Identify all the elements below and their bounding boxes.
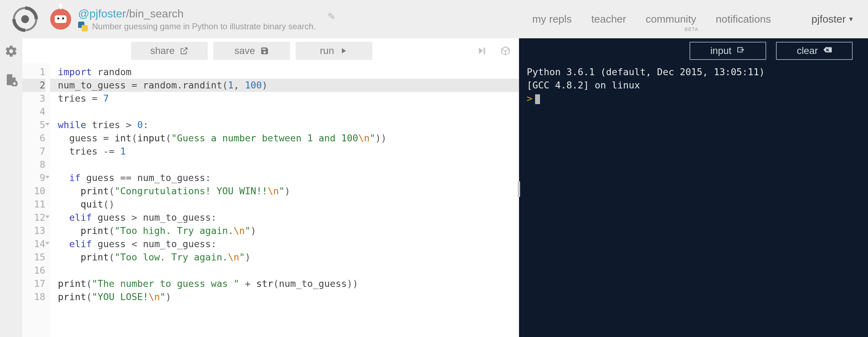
save-button[interactable]: save [213,42,290,60]
console-toolbar: input clear [519,38,868,63]
console-cursor [535,94,540,104]
header: @pjfoster/bin_search Number guessing gam… [0,0,868,38]
editor-toolbar: share save run [22,38,519,63]
owner-handle[interactable]: @pjfoster [78,7,126,20]
console-line: [GCC 4.8.2] on linux [527,80,640,91]
input-icon [736,45,745,57]
repl-subtitle: Number guessing game in Python to illust… [78,22,316,31]
title-block: @pjfoster/bin_search Number guessing gam… [78,7,316,31]
console-clear-button[interactable]: clear [776,42,853,60]
caret-down-icon: ▼ [848,16,854,23]
username-label: pjfoster [812,13,846,25]
code-line[interactable]: tries = 7 [58,92,519,105]
settings-button[interactable] [5,45,18,59]
avatar[interactable] [50,9,71,30]
code-line[interactable] [58,264,519,277]
code-line[interactable] [58,158,519,171]
code-line[interactable]: if guess == num_to_guess: [58,171,519,185]
user-menu[interactable]: pjfoster ▼ [812,13,854,25]
python-icon [78,22,88,31]
top-nav: my repls teacher community BETA notifica… [532,13,854,25]
code-line[interactable]: print("Congrutulations! YOU WIN!!\n") [58,185,519,198]
step-icon[interactable] [476,45,487,56]
share-button[interactable]: share [131,42,208,60]
console-output[interactable]: Python 3.6.1 (default, Dec 2015, 13:05:1… [519,63,868,337]
repl-description: Number guessing game in Python to illust… [92,22,316,31]
nav-notifications[interactable]: notifications [716,13,771,25]
console-input-button[interactable]: input [690,42,766,60]
pane-resize-handle[interactable] [519,38,519,337]
code-line[interactable]: num_to_guess = random.randint(1, 100) [50,79,519,92]
run-button[interactable]: run [296,42,372,60]
code-line[interactable]: print("The number to guess was " + str(n… [58,277,519,290]
code-lines[interactable]: import randomnum_to_guess = random.randi… [50,63,519,337]
console-prompt: > [527,93,532,104]
code-line[interactable]: while tries > 0: [58,118,519,132]
code-line[interactable]: elif guess > num_to_guess: [58,211,519,224]
code-editor[interactable]: 123456789101112131415161718 import rando… [22,63,519,337]
code-line[interactable]: tries -= 1 [58,145,519,158]
line-gutter: 123456789101112131415161718 [22,63,50,337]
package-icon[interactable] [500,45,511,56]
svg-point-1 [21,15,29,23]
repl-name: bin_search [129,7,184,20]
beta-badge: BETA [685,26,699,32]
code-line[interactable]: import random [58,65,519,79]
site-logo[interactable] [11,5,39,33]
code-line[interactable]: print("Too high. Try again.\n") [58,224,519,237]
nav-community[interactable]: community BETA [646,13,696,25]
code-line[interactable]: print("Too low. Try again.\n") [58,251,519,264]
share-icon [180,46,189,55]
console-column: input clear Python 3.6.1 (default, Dec 2… [519,38,868,337]
backspace-icon [823,45,832,57]
code-line[interactable]: elif guess < num_to_guess: [58,237,519,251]
editor-column: share save run 1234567891011121314151617… [22,38,519,337]
play-icon [339,46,348,55]
nav-teacher[interactable]: teacher [591,13,626,25]
edit-title-icon[interactable]: ✎ [328,11,335,22]
code-line[interactable] [58,105,519,118]
nav-my-repls[interactable]: my repls [532,13,572,25]
console-line: Python 3.6.1 (default, Dec 2015, 13:05:1… [527,66,765,77]
code-line[interactable]: guess = int(input("Guess a number betwee… [58,132,519,145]
save-icon [260,46,269,55]
new-file-button[interactable] [5,73,18,88]
left-rail [0,38,22,337]
code-line[interactable]: print("YOU LOSE!\n") [58,290,519,304]
code-line[interactable]: quit() [58,198,519,211]
repl-title[interactable]: @pjfoster/bin_search [78,7,316,20]
main: share save run 1234567891011121314151617… [0,38,868,337]
